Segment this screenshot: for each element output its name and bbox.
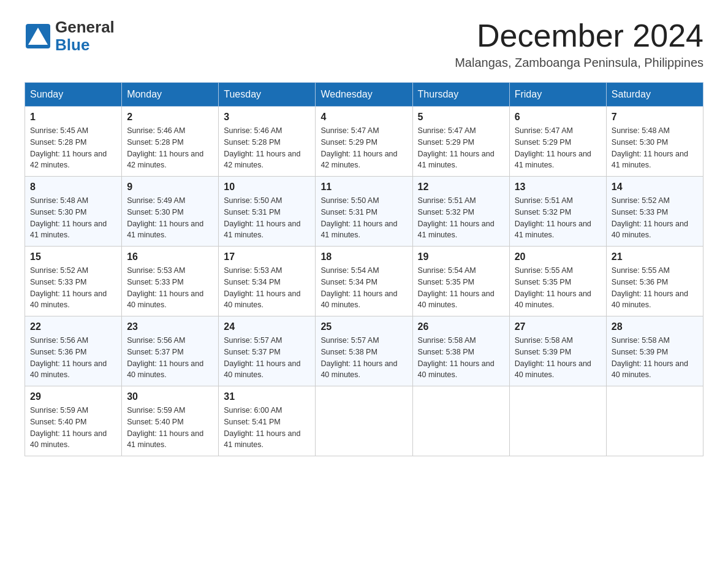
weekday-header-wednesday: Wednesday bbox=[316, 83, 412, 107]
day-number: 29 bbox=[30, 391, 116, 402]
week-row-5: 29 Sunrise: 5:59 AMSunset: 5:40 PMDaylig… bbox=[25, 386, 703, 456]
day-number: 18 bbox=[320, 251, 407, 262]
day-number: 3 bbox=[224, 112, 310, 123]
day-number: 15 bbox=[30, 251, 116, 262]
day-number: 26 bbox=[418, 321, 504, 332]
calendar-cell: 28 Sunrise: 5:58 AMSunset: 5:39 PMDaylig… bbox=[606, 316, 703, 386]
day-info: Sunrise: 5:53 AMSunset: 5:34 PMDaylight:… bbox=[224, 265, 310, 311]
day-number: 17 bbox=[224, 251, 310, 262]
day-number: 16 bbox=[127, 251, 213, 262]
day-info: Sunrise: 5:51 AMSunset: 5:32 PMDaylight:… bbox=[418, 195, 504, 241]
calendar-cell: 7 Sunrise: 5:48 AMSunset: 5:30 PMDayligh… bbox=[606, 107, 703, 177]
calendar-cell: 1 Sunrise: 5:45 AMSunset: 5:28 PMDayligh… bbox=[25, 107, 122, 177]
day-info: Sunrise: 5:45 AMSunset: 5:28 PMDaylight:… bbox=[30, 125, 116, 171]
calendar-cell: 11 Sunrise: 5:50 AMSunset: 5:31 PMDaylig… bbox=[316, 177, 412, 247]
calendar-cell: 20 Sunrise: 5:55 AMSunset: 5:35 PMDaylig… bbox=[509, 247, 606, 316]
day-number: 12 bbox=[418, 182, 504, 193]
weekday-header-tuesday: Tuesday bbox=[219, 83, 316, 107]
calendar-cell: 3 Sunrise: 5:46 AMSunset: 5:28 PMDayligh… bbox=[219, 107, 316, 177]
calendar-cell: 15 Sunrise: 5:52 AMSunset: 5:33 PMDaylig… bbox=[25, 247, 122, 316]
day-info: Sunrise: 5:55 AMSunset: 5:35 PMDaylight:… bbox=[515, 265, 601, 311]
calendar-cell bbox=[606, 386, 703, 456]
calendar-cell bbox=[412, 386, 509, 456]
calendar-cell: 22 Sunrise: 5:56 AMSunset: 5:36 PMDaylig… bbox=[25, 316, 122, 386]
day-info: Sunrise: 5:52 AMSunset: 5:33 PMDaylight:… bbox=[30, 265, 116, 311]
calendar-cell: 23 Sunrise: 5:56 AMSunset: 5:37 PMDaylig… bbox=[122, 316, 219, 386]
day-number: 1 bbox=[30, 112, 116, 123]
day-info: Sunrise: 5:46 AMSunset: 5:28 PMDaylight:… bbox=[127, 125, 213, 171]
day-number: 20 bbox=[515, 251, 601, 262]
weekday-header-friday: Friday bbox=[509, 83, 606, 107]
day-info: Sunrise: 5:56 AMSunset: 5:36 PMDaylight:… bbox=[30, 335, 116, 381]
day-number: 10 bbox=[224, 182, 310, 193]
day-info: Sunrise: 5:58 AMSunset: 5:39 PMDaylight:… bbox=[515, 335, 601, 381]
calendar-cell: 30 Sunrise: 5:59 AMSunset: 5:40 PMDaylig… bbox=[122, 386, 219, 456]
calendar-cell: 4 Sunrise: 5:47 AMSunset: 5:29 PMDayligh… bbox=[316, 107, 412, 177]
day-info: Sunrise: 5:47 AMSunset: 5:29 PMDaylight:… bbox=[418, 125, 504, 171]
week-row-2: 8 Sunrise: 5:48 AMSunset: 5:30 PMDayligh… bbox=[25, 177, 703, 247]
calendar-cell: 14 Sunrise: 5:52 AMSunset: 5:33 PMDaylig… bbox=[606, 177, 703, 247]
calendar-cell: 2 Sunrise: 5:46 AMSunset: 5:28 PMDayligh… bbox=[122, 107, 219, 177]
day-number: 19 bbox=[418, 251, 504, 262]
day-info: Sunrise: 5:47 AMSunset: 5:29 PMDaylight:… bbox=[320, 125, 407, 171]
calendar-cell: 5 Sunrise: 5:47 AMSunset: 5:29 PMDayligh… bbox=[412, 107, 509, 177]
logo-general-text: General bbox=[55, 18, 115, 36]
logo-blue-text: Blue bbox=[55, 36, 115, 54]
day-info: Sunrise: 5:48 AMSunset: 5:30 PMDaylight:… bbox=[30, 195, 116, 241]
day-info: Sunrise: 5:49 AMSunset: 5:30 PMDaylight:… bbox=[127, 195, 213, 241]
day-info: Sunrise: 5:47 AMSunset: 5:29 PMDaylight:… bbox=[515, 125, 601, 171]
logo: General Blue bbox=[25, 18, 115, 53]
calendar-cell: 31 Sunrise: 6:00 AMSunset: 5:41 PMDaylig… bbox=[219, 386, 316, 456]
day-info: Sunrise: 5:57 AMSunset: 5:37 PMDaylight:… bbox=[224, 335, 310, 381]
calendar-cell: 19 Sunrise: 5:54 AMSunset: 5:35 PMDaylig… bbox=[412, 247, 509, 316]
day-number: 21 bbox=[612, 251, 698, 262]
calendar-cell: 10 Sunrise: 5:50 AMSunset: 5:31 PMDaylig… bbox=[219, 177, 316, 247]
calendar-cell: 6 Sunrise: 5:47 AMSunset: 5:29 PMDayligh… bbox=[509, 107, 606, 177]
calendar-cell: 25 Sunrise: 5:57 AMSunset: 5:38 PMDaylig… bbox=[316, 316, 412, 386]
day-info: Sunrise: 5:58 AMSunset: 5:38 PMDaylight:… bbox=[418, 335, 504, 381]
calendar-cell: 27 Sunrise: 5:58 AMSunset: 5:39 PMDaylig… bbox=[509, 316, 606, 386]
day-info: Sunrise: 5:48 AMSunset: 5:30 PMDaylight:… bbox=[612, 125, 698, 171]
calendar-table: SundayMondayTuesdayWednesdayThursdayFrid… bbox=[25, 82, 703, 456]
day-number: 28 bbox=[612, 321, 698, 332]
day-number: 27 bbox=[515, 321, 601, 332]
calendar-cell: 29 Sunrise: 5:59 AMSunset: 5:40 PMDaylig… bbox=[25, 386, 122, 456]
day-number: 9 bbox=[127, 182, 213, 193]
day-number: 5 bbox=[418, 112, 504, 123]
calendar-cell: 12 Sunrise: 5:51 AMSunset: 5:32 PMDaylig… bbox=[412, 177, 509, 247]
calendar-cell bbox=[316, 386, 412, 456]
calendar-cell bbox=[509, 386, 606, 456]
day-number: 14 bbox=[612, 182, 698, 193]
day-info: Sunrise: 5:54 AMSunset: 5:34 PMDaylight:… bbox=[320, 265, 407, 311]
logo-icon bbox=[25, 23, 51, 50]
day-number: 2 bbox=[127, 112, 213, 123]
day-info: Sunrise: 5:50 AMSunset: 5:31 PMDaylight:… bbox=[224, 195, 310, 241]
week-row-1: 1 Sunrise: 5:45 AMSunset: 5:28 PMDayligh… bbox=[25, 107, 703, 177]
calendar-cell: 18 Sunrise: 5:54 AMSunset: 5:34 PMDaylig… bbox=[316, 247, 412, 316]
day-number: 23 bbox=[127, 321, 213, 332]
day-info: Sunrise: 5:53 AMSunset: 5:33 PMDaylight:… bbox=[127, 265, 213, 311]
day-info: Sunrise: 5:56 AMSunset: 5:37 PMDaylight:… bbox=[127, 335, 213, 381]
day-info: Sunrise: 5:51 AMSunset: 5:32 PMDaylight:… bbox=[515, 195, 601, 241]
day-number: 22 bbox=[30, 321, 116, 332]
weekday-header-thursday: Thursday bbox=[412, 83, 509, 107]
day-number: 25 bbox=[320, 321, 407, 332]
calendar-cell: 26 Sunrise: 5:58 AMSunset: 5:38 PMDaylig… bbox=[412, 316, 509, 386]
calendar-cell: 16 Sunrise: 5:53 AMSunset: 5:33 PMDaylig… bbox=[122, 247, 219, 316]
day-info: Sunrise: 5:59 AMSunset: 5:40 PMDaylight:… bbox=[30, 405, 116, 451]
day-number: 4 bbox=[320, 112, 407, 123]
weekday-header-sunday: Sunday bbox=[25, 83, 122, 107]
day-number: 30 bbox=[127, 391, 213, 402]
day-info: Sunrise: 5:50 AMSunset: 5:31 PMDaylight:… bbox=[320, 195, 407, 241]
week-row-4: 22 Sunrise: 5:56 AMSunset: 5:36 PMDaylig… bbox=[25, 316, 703, 386]
day-info: Sunrise: 6:00 AMSunset: 5:41 PMDaylight:… bbox=[224, 405, 310, 451]
calendar-cell: 9 Sunrise: 5:49 AMSunset: 5:30 PMDayligh… bbox=[122, 177, 219, 247]
calendar-cell: 17 Sunrise: 5:53 AMSunset: 5:34 PMDaylig… bbox=[219, 247, 316, 316]
page-header: General Blue December 2024 Malangas, Zam… bbox=[25, 18, 703, 70]
week-row-3: 15 Sunrise: 5:52 AMSunset: 5:33 PMDaylig… bbox=[25, 247, 703, 316]
day-number: 13 bbox=[515, 182, 601, 193]
day-number: 24 bbox=[224, 321, 310, 332]
day-info: Sunrise: 5:52 AMSunset: 5:33 PMDaylight:… bbox=[612, 195, 698, 241]
day-info: Sunrise: 5:59 AMSunset: 5:40 PMDaylight:… bbox=[127, 405, 213, 451]
day-info: Sunrise: 5:58 AMSunset: 5:39 PMDaylight:… bbox=[612, 335, 698, 381]
